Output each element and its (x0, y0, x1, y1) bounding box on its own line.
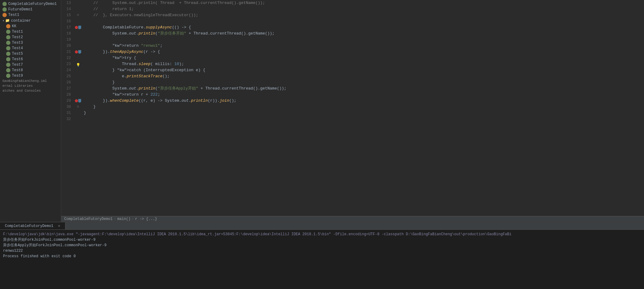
sidebar-item[interactable]: KK (0, 24, 61, 29)
file-icon (2, 7, 7, 12)
line-gutter (73, 50, 83, 54)
line-number: 31 (61, 110, 73, 116)
line-gutter (73, 26, 83, 29)
code-content: } (83, 104, 644, 110)
file-icon (6, 68, 10, 72)
line-number: 27 (61, 86, 73, 92)
code-content: System.out.println("异步任务开始" + Thread.cur… (83, 31, 644, 37)
console-tab[interactable]: CompletableFutoryDemo1 ✕ (0, 222, 65, 229)
sidebar-item[interactable]: Test8 (0, 68, 61, 73)
line-number: 13 (61, 0, 73, 6)
code-line: 25 e.printStackTrace(); (61, 73, 644, 79)
code-content: }).whenComplete((r, e) -> System.out.pri… (83, 98, 644, 104)
code-line: 17 CompletableFuture.supplyAsync(() -> { (61, 24, 644, 31)
panel-tabs: CompletableFutoryDemo1 ✕ (0, 222, 644, 230)
file-icon (6, 46, 10, 50)
sidebar-label: ernal Libraries (2, 84, 33, 88)
code-content: // }, Executors.newSingleThreadExecutor(… (83, 12, 644, 18)
sidebar: CompletableFutoryDemo1FutureDemo1Test1▾📁… (0, 0, 61, 222)
file-label: Test1 (8, 13, 19, 17)
file-label: Test9 (12, 74, 23, 78)
code-content: e.printStackTrace(); (83, 73, 644, 79)
console-output-area: F:\develop\java\jdk\bin\java.exe "-javaa… (0, 230, 644, 289)
folder-label: container (11, 19, 31, 23)
file-label: Test4 (12, 46, 23, 50)
line-number: 20 (61, 43, 73, 49)
code-content: "kw">return "renwu1"; (83, 43, 644, 49)
line-number: 22 (61, 55, 73, 61)
sidebar-item[interactable]: Test3 (0, 40, 61, 46)
code-line: 28 "kw">return r + 222; (61, 92, 644, 98)
sidebar-label: atches and Consoles (2, 89, 41, 93)
console-output-line: Process finished with exit code 0 (3, 254, 641, 259)
sidebar-item[interactable]: Test9 (0, 73, 61, 79)
code-line: 30⊟ } (61, 104, 644, 110)
breakpoint-icon[interactable] (75, 99, 78, 102)
file-icon (6, 35, 10, 39)
breakpoint-icon[interactable] (75, 50, 78, 53)
code-line: 22 "kw">try { (61, 55, 644, 61)
line-number: 28 (61, 92, 73, 98)
code-line: 14 // return 1; (61, 6, 644, 12)
breadcrumb-lambda: r -> {...} (135, 217, 157, 221)
code-content: // return 1; (83, 6, 644, 12)
code-content: // System.out.println( Thread + Thread.c… (83, 0, 644, 6)
file-label: CompletableFutoryDemo1 (8, 2, 57, 6)
console-tab-close[interactable]: ✕ (58, 224, 60, 228)
breakpoint-icon[interactable] (75, 26, 78, 29)
console-command: F:\develop\java\jdk\bin\java.exe "-javaa… (3, 232, 641, 237)
breadcrumb-bar: CompletableFutoryDemo1 › main() › r -> {… (61, 216, 644, 222)
sidebar-item[interactable]: Test1 (0, 12, 61, 18)
line-number: 15 (61, 12, 73, 18)
line-number: 32 (61, 116, 73, 122)
code-line: 24 } "kw">catch (InterruptedException e)… (61, 67, 644, 73)
sidebar-item[interactable]: atches and Consoles (0, 88, 61, 93)
sidebar-label: GaoBingFaBianCheng.iml (2, 79, 47, 83)
line-number: 23 (61, 61, 73, 67)
file-icon (6, 57, 10, 61)
code-line: 23💡 Thread.sleep( millis: 10); (61, 61, 644, 67)
console-output-line: 异步任务开始ForkJoinPool.commonPool-worker-9 (3, 237, 641, 243)
bookmark-icon[interactable] (78, 26, 81, 29)
file-label: FutureDemo1 (8, 7, 32, 12)
sidebar-item[interactable]: CompletableFutoryDemo1 (0, 1, 61, 7)
code-line: 27 System.out.println("异步任务Apply开始" + Th… (61, 86, 644, 92)
breadcrumb-file: CompletableFutoryDemo1 (64, 217, 112, 221)
file-icon (6, 30, 10, 34)
code-content: } (83, 110, 644, 116)
code-content: } "kw">catch (InterruptedException e) { (83, 67, 644, 73)
sidebar-item[interactable]: Test4 (0, 46, 61, 51)
console-output-line: 异步任务Apply开始ForkJoinPool.commonPool-worke… (3, 243, 641, 248)
fold-icon[interactable]: ⊟ (76, 13, 80, 17)
bookmark-icon[interactable] (78, 99, 81, 103)
folder-arrow-icon: ▾ (2, 19, 4, 23)
sidebar-item[interactable]: Test5 (0, 51, 61, 57)
file-icon (6, 24, 10, 28)
sidebar-item[interactable]: Test7 (0, 62, 61, 68)
code-line: 32 (61, 116, 644, 122)
code-line: 31} (61, 110, 644, 116)
sidebar-item[interactable]: Test2 (0, 35, 61, 40)
sidebar-item[interactable]: GaoBingFaBianCheng.iml (0, 79, 61, 83)
sidebar-item[interactable]: FutureDemo1 (0, 7, 61, 12)
line-number: 17 (61, 24, 73, 31)
bottom-panel: CompletableFutoryDemo1 ✕ F:\develop\java… (0, 222, 644, 289)
sidebar-item[interactable]: Test6 (0, 57, 61, 62)
console-tab-label: CompletableFutoryDemo1 (5, 224, 53, 228)
sidebar-item[interactable]: ▾📁container (0, 18, 61, 24)
fold-icon[interactable]: ⊟ (76, 105, 80, 109)
sidebar-item[interactable]: ernal Libraries (0, 83, 61, 88)
line-number: 25 (61, 73, 73, 79)
file-icon (2, 2, 7, 6)
line-gutter: ⊟ (73, 13, 83, 17)
code-content: Thread.sleep( millis: 10); (83, 61, 644, 67)
bookmark-icon[interactable] (78, 50, 81, 54)
line-number: 30 (61, 104, 73, 110)
code-editor[interactable]: 13 // System.out.println( Thread + Threa… (61, 0, 644, 216)
line-number: 14 (61, 6, 73, 12)
code-content: }).thenApplyAsync(r -> { (83, 49, 644, 55)
editor-area: 13 // System.out.println( Thread + Threa… (61, 0, 644, 222)
sidebar-item[interactable]: Test1 (0, 29, 61, 35)
lightbulb-icon[interactable]: 💡 (76, 62, 80, 66)
code-content: System.out.println("异步任务Apply开始" + Threa… (83, 86, 644, 92)
